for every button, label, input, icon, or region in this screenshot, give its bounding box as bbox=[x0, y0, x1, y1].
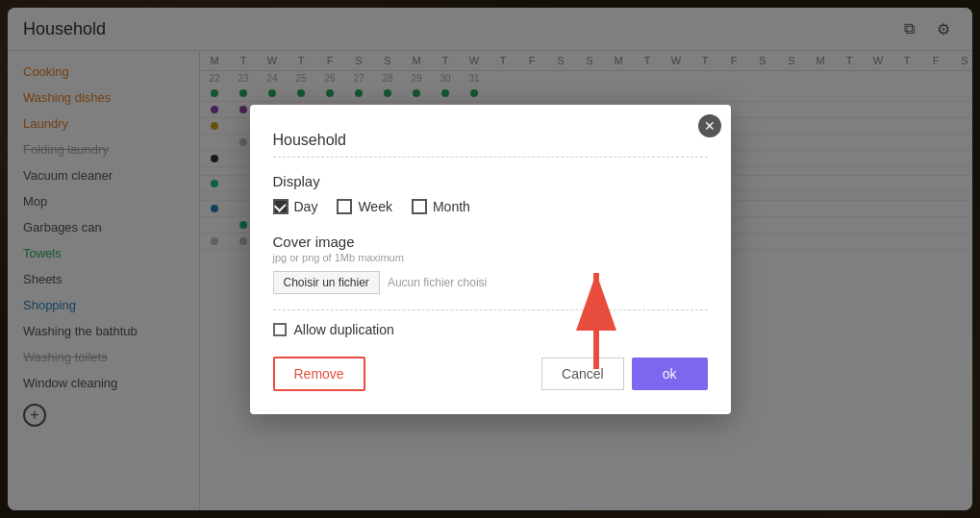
month-checkbox[interactable] bbox=[412, 199, 427, 214]
allow-duplication-label: Allow duplication bbox=[294, 322, 394, 337]
cover-image-label: Cover image bbox=[273, 234, 708, 250]
month-label: Month bbox=[433, 199, 470, 214]
display-option-month[interactable]: Month bbox=[412, 199, 470, 214]
modal-actions-right: Cancel ok bbox=[541, 358, 707, 390]
cover-image-hint: jpg or png of 1Mb maximum bbox=[273, 252, 708, 263]
modal-divider bbox=[273, 309, 708, 310]
modal-dialog: ✕ Display Day Week Month Cover image jpg… bbox=[250, 105, 731, 414]
modal-overlay: ✕ Display Day Week Month Cover image jpg… bbox=[0, 0, 980, 518]
day-checkbox[interactable] bbox=[273, 199, 289, 214]
allow-duplication-checkbox[interactable] bbox=[273, 323, 287, 336]
cancel-button[interactable]: Cancel bbox=[541, 358, 624, 390]
display-options: Day Week Month bbox=[273, 199, 708, 214]
cover-image-section: Cover image jpg or png of 1Mb maximum Ch… bbox=[273, 234, 708, 294]
day-label: Day bbox=[294, 199, 318, 214]
display-option-week[interactable]: Week bbox=[337, 199, 392, 214]
display-option-day[interactable]: Day bbox=[273, 199, 318, 214]
duplication-row: Allow duplication bbox=[273, 322, 708, 337]
choose-file-button[interactable]: Choisir un fichier bbox=[273, 271, 380, 294]
display-label: Display bbox=[273, 173, 708, 189]
week-checkbox[interactable] bbox=[337, 199, 352, 214]
ok-button[interactable]: ok bbox=[632, 358, 708, 390]
remove-button[interactable]: Remove bbox=[273, 357, 365, 391]
week-label: Week bbox=[358, 199, 392, 214]
name-input[interactable] bbox=[273, 128, 708, 158]
cover-image-row: Choisir un fichier Aucun fichier choisi bbox=[273, 271, 708, 294]
modal-close-button[interactable]: ✕ bbox=[698, 114, 721, 137]
no-file-text: Aucun fichier choisi bbox=[388, 276, 487, 289]
modal-actions: Remove Cancel ok bbox=[273, 357, 708, 391]
